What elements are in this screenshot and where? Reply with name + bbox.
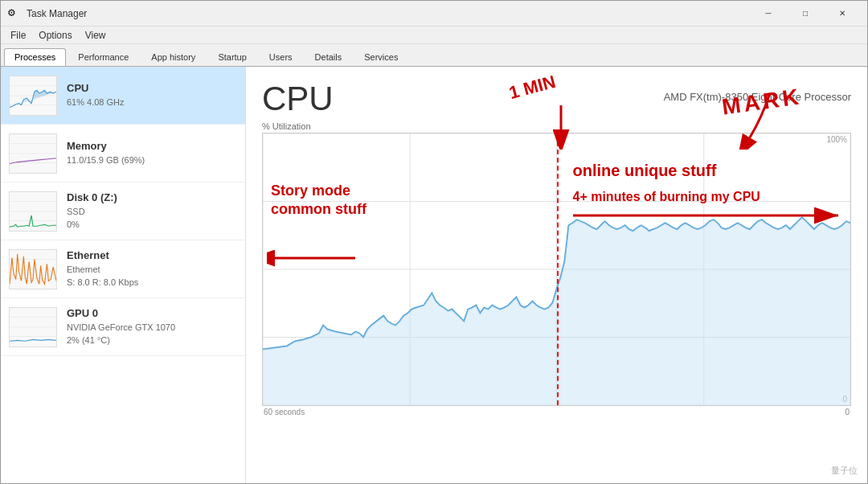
maximize-button[interactable]: □ bbox=[787, 1, 824, 27]
tab-processes[interactable]: Processes bbox=[4, 48, 66, 66]
disk-sub2: 0% bbox=[67, 218, 237, 232]
close-button[interactable]: ✕ bbox=[824, 1, 861, 27]
memory-info: Memory 11.0/15.9 GB (69%) bbox=[67, 140, 237, 167]
memory-thumbnail bbox=[9, 133, 57, 174]
gpu-title: GPU 0 bbox=[67, 307, 237, 319]
main-content: CPU 61% 4.08 GHz Memory 11.0/15.9 GB bbox=[1, 67, 867, 483]
online-annotation: online unique stuff bbox=[573, 162, 717, 180]
utilization-label: % Utilization bbox=[262, 121, 851, 131]
sidebar-item-disk[interactable]: Disk 0 (Z:) SSD 0% bbox=[1, 183, 245, 240]
tab-services[interactable]: Services bbox=[354, 48, 408, 66]
tab-users[interactable]: Users bbox=[259, 48, 303, 66]
sidebar: CPU 61% 4.08 GHz Memory 11.0/15.9 GB bbox=[1, 67, 246, 483]
cpu-sub: 61% 4.08 GHz bbox=[67, 96, 237, 109]
performance-panel: CPU AMD FX(tm)-8350 Eight-Core Processor… bbox=[246, 67, 867, 483]
watermark: 量子位 bbox=[831, 465, 858, 477]
tab-performance[interactable]: Performance bbox=[68, 48, 139, 66]
disk-info: Disk 0 (Z:) SSD 0% bbox=[67, 191, 237, 232]
time-left: 60 seconds bbox=[264, 408, 305, 416]
ethernet-sub2: S: 8.0 R: 8.0 Kbps bbox=[67, 276, 237, 289]
cpu-main-title: CPU bbox=[262, 80, 334, 118]
gpu-info: GPU 0 NVIDIA GeForce GTX 1070 2% (41 °C) bbox=[67, 307, 237, 347]
ethernet-title: Ethernet bbox=[67, 249, 237, 261]
task-manager-window: ⚙ Task Manager ─ □ ✕ File Options View P… bbox=[0, 0, 868, 484]
cpu-info: CPU 61% 4.08 GHz bbox=[67, 82, 237, 109]
disk-title: Disk 0 (Z:) bbox=[67, 191, 237, 203]
disk-thumbnail bbox=[9, 191, 57, 232]
cpu-thumbnail bbox=[9, 76, 57, 116]
sidebar-item-cpu[interactable]: CPU 61% 4.08 GHz bbox=[1, 67, 245, 125]
app-icon: ⚙ bbox=[7, 7, 20, 20]
title-bar: ⚙ Task Manager ─ □ ✕ bbox=[1, 1, 867, 27]
window-title: Task Manager bbox=[27, 8, 87, 19]
time-right: 0 bbox=[845, 408, 850, 416]
memory-title: Memory bbox=[67, 140, 237, 152]
cpu-chart: 100% 0 bbox=[262, 133, 851, 406]
chart-time-labels: 60 seconds 0 bbox=[262, 408, 851, 416]
title-bar-left: ⚙ Task Manager bbox=[7, 7, 87, 20]
gpu-sub1: NVIDIA GeForce GTX 1070 bbox=[67, 321, 237, 334]
menu-file[interactable]: File bbox=[4, 28, 32, 43]
cpu-title: CPU bbox=[67, 82, 237, 94]
gpu-sub2: 2% (41 °C) bbox=[67, 334, 237, 347]
ethernet-sub1: Ethernet bbox=[67, 263, 237, 277]
sidebar-item-memory[interactable]: Memory 11.0/15.9 GB (69%) bbox=[1, 125, 245, 183]
ethernet-info: Ethernet Ethernet S: 8.0 R: 8.0 Kbps bbox=[67, 249, 237, 289]
story-mode-annotation: Story modecommon stuff bbox=[271, 182, 366, 219]
memory-sub: 11.0/15.9 GB (69%) bbox=[67, 154, 237, 167]
window-controls: ─ □ ✕ bbox=[750, 1, 861, 27]
tab-app-history[interactable]: App history bbox=[141, 48, 206, 66]
menu-options[interactable]: Options bbox=[32, 28, 78, 43]
menu-view[interactable]: View bbox=[79, 28, 113, 43]
tab-startup[interactable]: Startup bbox=[207, 48, 256, 66]
tab-details[interactable]: Details bbox=[305, 48, 353, 66]
menu-bar: File Options View bbox=[1, 27, 867, 44]
minimize-button[interactable]: ─ bbox=[750, 1, 787, 27]
disk-sub1: SSD bbox=[67, 205, 237, 219]
sidebar-item-ethernet[interactable]: Ethernet Ethernet S: 8.0 R: 8.0 Kbps bbox=[1, 240, 245, 298]
ethernet-thumbnail bbox=[9, 249, 57, 289]
tab-bar: Processes Performance App history Startu… bbox=[1, 44, 867, 67]
burning-annotation: 4+ minutes of burning my CPU bbox=[573, 190, 760, 204]
sidebar-item-gpu[interactable]: GPU 0 NVIDIA GeForce GTX 1070 2% (41 °C) bbox=[1, 298, 245, 356]
gpu-thumbnail bbox=[9, 307, 57, 347]
